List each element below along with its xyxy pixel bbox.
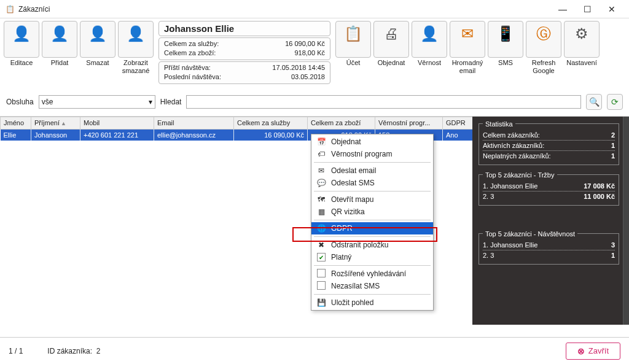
totals-label: Celkem za zboží:	[164, 48, 216, 58]
menu-separator	[314, 236, 431, 237]
printer-plus-icon: 🖨	[384, 25, 399, 42]
menu-item-objednat[interactable]: 📅Objednat	[311, 136, 433, 148]
loyalty-icon: 🏷	[316, 150, 326, 158]
google-icon: Ⓖ	[536, 25, 551, 42]
showdel-label: Zobrazitsmazané	[122, 59, 150, 74]
refresh-button[interactable]: ⟳	[607, 94, 623, 110]
cell: Ellie	[1, 129, 31, 141]
check-off-icon	[316, 269, 326, 279]
device-sms-icon: 📱	[496, 25, 515, 42]
menu-item-qr-vizitka[interactable]: ▦QR vizitka	[311, 206, 433, 218]
column-header[interactable]: Mobil	[80, 117, 154, 129]
account-label: Účet	[346, 59, 361, 67]
delete-label: Smazat	[86, 59, 109, 67]
delete-button[interactable]: 👤Smazat	[80, 21, 115, 84]
stats-box: Statistika Celkem zákazníků:2Aktivních z…	[479, 120, 619, 165]
menu-item-odeslat-email[interactable]: ✉Odeslat email	[311, 165, 433, 177]
loyalty-button[interactable]: 👤Věrnost	[412, 21, 447, 84]
menu-item-odeslat-sms[interactable]: 💬Odeslat SMS	[311, 177, 433, 189]
settings-button[interactable]: ⚙Nastavení	[564, 21, 600, 84]
menu-item-label: Otevřít mapu	[331, 195, 373, 204]
menu-item-roz-en-vyhled-v-n-[interactable]: Rozšířené vyhledávání	[311, 268, 433, 280]
menu-item-otev-t-mapu[interactable]: 🗺Otevřít mapu	[311, 193, 433, 206]
menu-item-label: QR vizitka	[331, 207, 365, 216]
side-panel: Statistika Celkem zákazníků:2Aktivních z…	[472, 117, 623, 325]
showdel-button[interactable]: 👤Zobrazitsmazané	[118, 21, 154, 84]
sms-button[interactable]: 📱SMS	[488, 21, 523, 84]
filter-row: Obsluha vše ▾ Hledat 🔍 ⟳	[0, 85, 629, 116]
cell: Johansson	[31, 129, 80, 141]
save-icon: 💾	[316, 298, 326, 307]
maximize-button[interactable]: ☐	[575, 1, 600, 18]
add-button[interactable]: 👤Přidat	[42, 21, 77, 84]
menu-item-ulo-it-pohled[interactable]: 💾Uložit pohled	[311, 296, 433, 309]
menu-item-label: Uložit pohled	[331, 298, 373, 307]
close-icon: ⊗	[577, 346, 585, 356]
sms-label: SMS	[498, 59, 513, 67]
toolbar: 👤Editace👤Přidat👤Smazat👤Zobrazitsmazané J…	[0, 18, 629, 85]
customer-visits-panel: Příští návštěva:17.05.2018 14:45 Posledn…	[158, 61, 330, 84]
calendar-icon: 📅	[316, 137, 326, 146]
close-button[interactable]: ⊗ Zavřít	[566, 343, 620, 360]
person-x-icon: 👤	[88, 25, 107, 42]
account-button[interactable]: 📋Účet	[335, 21, 371, 84]
menu-item-nezas-lat-sms[interactable]: Nezasílat SMS	[311, 280, 433, 292]
obsluha-value: vše	[42, 98, 53, 106]
order-label: Objednat	[378, 59, 405, 67]
visit-label: Příští návštěva:	[164, 63, 211, 72]
obsluha-label: Obsluha	[6, 98, 34, 106]
search-button[interactable]: 🔍	[586, 94, 602, 110]
column-header[interactable]: Věrnostní progr...	[375, 117, 443, 129]
close-window-button[interactable]: ✕	[600, 1, 624, 18]
menu-separator	[314, 265, 431, 266]
menu-item-platn-[interactable]: ✔Platný	[311, 251, 433, 263]
column-header[interactable]: Celkem za zboží	[308, 117, 375, 129]
menu-item-label: Odeslat email	[331, 166, 376, 175]
menu-separator	[314, 162, 431, 163]
edit-label: Editace	[10, 59, 33, 67]
visit-value: 03.05.2018	[291, 72, 325, 82]
column-header[interactable]: Email	[154, 117, 234, 129]
column-header[interactable]: Jméno	[1, 117, 31, 129]
bulkmail-button[interactable]: ✉Hromadnýemail	[450, 21, 485, 84]
menu-separator	[314, 220, 431, 220]
page-indicator: 1 / 1	[9, 347, 23, 355]
stat-row: Celkem zákazníků:2	[483, 130, 615, 141]
refresh-icon: ⟳	[611, 97, 619, 107]
search-input[interactable]	[186, 95, 581, 109]
menu-item-gdpr[interactable]: 🌐GDPR	[311, 222, 433, 234]
top-revenue-box: Top 5 zákazníci - Tržby 1. Johansson Ell…	[479, 171, 619, 206]
stat-row: 2. 31	[483, 250, 615, 260]
menu-item-label: Věrnostní program	[331, 150, 392, 158]
globe-icon: 🌐	[316, 224, 326, 233]
column-header[interactable]: GDPR	[443, 117, 473, 129]
map-icon: 🗺	[316, 195, 326, 204]
column-header[interactable]: Celkem za služby	[234, 117, 308, 129]
stat-row: 1. Johansson Ellie3	[483, 240, 615, 250]
clipboard-icon: 📋	[344, 25, 362, 42]
app-icon: 📋	[5, 4, 15, 14]
column-header[interactable]: Příjmení▲	[31, 117, 80, 129]
titlebar: 📋 Zákazníci — ☐ ✕	[0, 0, 629, 18]
menu-item-label: Objednat	[331, 137, 361, 146]
menu-item-v-rnostn-program[interactable]: 🏷Věrnostní program	[311, 148, 433, 160]
mail-send-icon: ✉	[461, 25, 474, 42]
stat-row: Aktivních zákazníků:1	[483, 141, 615, 151]
stat-row: 1. Johansson Ellie17 008 Kč	[483, 181, 615, 192]
edit-button[interactable]: 👤Editace	[4, 21, 39, 84]
order-button[interactable]: 🖨Objednat	[373, 21, 409, 84]
side-scrollbar[interactable]	[623, 117, 629, 325]
grid-header-row[interactable]: JménoPříjmení▲MobilEmailCelkem za služby…	[1, 117, 473, 129]
cell: ellie@johansson.cz	[154, 129, 234, 141]
obsluha-combo[interactable]: vše ▾	[39, 95, 155, 109]
window-controls: — ☐ ✕	[550, 1, 624, 18]
minimize-button[interactable]: —	[550, 1, 575, 18]
qr-icon: ▦	[316, 207, 326, 216]
customer-name: Johansson Ellie	[158, 21, 330, 36]
cell: +420 601 221 221	[80, 129, 154, 141]
menu-item-label: Nezasílat SMS	[331, 282, 380, 290]
chevron-down-icon: ▾	[149, 98, 152, 106]
refresh-label: RefreshGoogle	[532, 59, 556, 74]
refresh-button[interactable]: ⒼRefreshGoogle	[526, 21, 561, 84]
menu-item-odstranit-polo-ku[interactable]: ✖Odstranit položku	[311, 239, 433, 251]
